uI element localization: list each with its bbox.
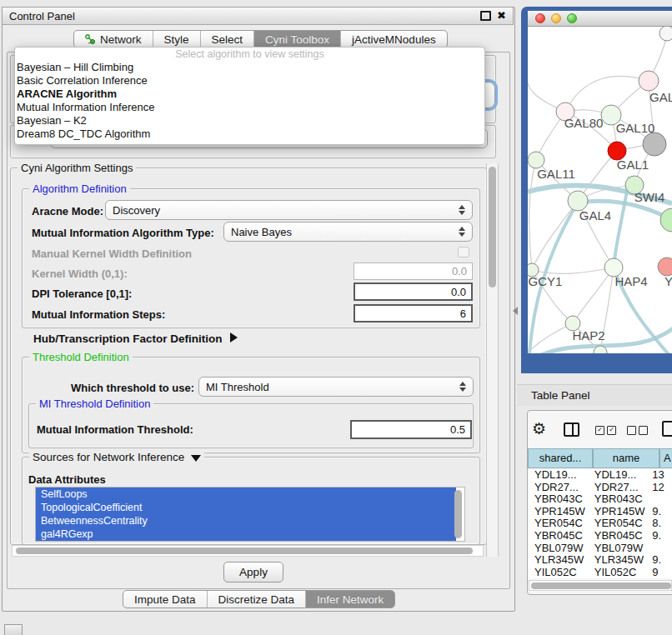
aracne-mode-combo[interactable]: Discovery: [105, 200, 473, 220]
table-cell[interactable]: YLR345W: [528, 554, 588, 567]
network-node[interactable]: [643, 132, 666, 156]
table-cell[interactable]: YIL052C: [528, 567, 588, 578]
table-row[interactable]: YER054CYER054C8.: [528, 518, 672, 530]
table-cell[interactable]: 9.: [649, 506, 672, 518]
sources-collapse-arrow-icon[interactable]: [191, 455, 201, 462]
network-window-titlebar[interactable]: [528, 11, 672, 27]
table-cell[interactable]: YBR045C: [588, 530, 649, 542]
table-cell[interactable]: 9.: [649, 530, 672, 542]
table-cell[interactable]: YBR045C: [528, 530, 588, 542]
network-canvas[interactable]: GAL2GAL80GAL10GAL1GAL11SWI4GAL4GCY1HAP4Y…: [528, 27, 672, 353]
network-node-y[interactable]: [658, 258, 672, 276]
table-cell[interactable]: YBL079W: [588, 542, 649, 555]
apply-button[interactable]: Apply: [223, 562, 283, 582]
tab-jactivemnodules[interactable]: jActiveMNodules: [341, 31, 447, 48]
export-table-icon[interactable]: [662, 421, 672, 437]
table-cell[interactable]: YDR27...: [588, 482, 649, 494]
table-cell[interactable]: YER054C: [588, 518, 649, 530]
table-cell[interactable]: YLR345W: [588, 554, 649, 567]
settings-vertical-scrollbar[interactable]: [486, 163, 499, 557]
network-edge[interactable]: [532, 268, 614, 273]
table-cell[interactable]: YIL052C: [588, 567, 649, 578]
network-edge[interactable]: [573, 268, 614, 323]
table-cell[interactable]: YER054C: [528, 518, 588, 530]
table-cell[interactable]: YPR145W: [588, 506, 649, 518]
network-node-gal11[interactable]: [528, 152, 544, 168]
mi-type-combo[interactable]: Naive Bayes: [223, 222, 473, 242]
tab-infer-network[interactable]: Infer Network: [306, 591, 394, 608]
algorithm-option[interactable]: Bayesian – K2: [15, 114, 484, 128]
table-cell[interactable]: YDL19...: [588, 469, 649, 482]
tab-select[interactable]: Select: [201, 31, 255, 48]
table-cell[interactable]: YDL19...: [528, 469, 588, 482]
close-window-traffic-icon[interactable]: [535, 13, 545, 23]
close-panel-icon[interactable]: ✖: [497, 12, 506, 20]
algorithm-option[interactable]: ARACNE Algorithm: [15, 88, 484, 101]
tab-cyni-toolbox[interactable]: Cyni Toolbox: [254, 31, 341, 48]
table-cell[interactable]: [649, 542, 672, 555]
table-columns-icon[interactable]: [564, 422, 579, 437]
algorithm-option[interactable]: Basic Correlation Inference: [15, 74, 484, 88]
deselect-all-checkboxes-icon[interactable]: [627, 426, 648, 435]
settings-hscroll-thumb[interactable]: [16, 548, 473, 554]
table-row[interactable]: YIL052CYIL052C9: [528, 567, 672, 578]
table-horizontal-scrollbar[interactable]: [529, 580, 672, 591]
table-row[interactable]: YBR045CYBR045C9.: [528, 530, 672, 542]
data-attribute-item[interactable]: gal4RGexp: [36, 528, 456, 541]
table-cell[interactable]: 8.: [649, 518, 672, 530]
kernel-width-value: 0.0: [452, 265, 467, 278]
tab-discretize-data[interactable]: Discretize Data: [208, 591, 307, 608]
manual-kernel-checkbox[interactable]: [458, 247, 469, 258]
table-row[interactable]: YBR043CYBR043C: [528, 493, 672, 506]
tab-style[interactable]: Style: [153, 31, 201, 48]
table-row[interactable]: YDL19...YDL19...13: [528, 469, 672, 482]
algorithm-option[interactable]: Dream8 DC_TDC Algorithm: [15, 128, 484, 141]
data-attribute-item[interactable]: SelfLoops: [36, 488, 456, 501]
table-cell[interactable]: 9.: [649, 554, 672, 567]
table-cell[interactable]: [649, 493, 672, 506]
mi-threshold-input[interactable]: 0.5: [350, 420, 472, 439]
algorithm-option[interactable]: Mutual Information Inference: [15, 101, 484, 114]
table-row[interactable]: YPR145WYPR145W9.: [528, 506, 672, 518]
tab-impute-data[interactable]: Impute Data: [123, 591, 208, 608]
zoom-window-traffic-icon[interactable]: [567, 13, 577, 23]
table-cell[interactable]: 9: [649, 567, 672, 578]
table-settings-gear-icon[interactable]: ⚙: [532, 421, 546, 437]
table-cell[interactable]: YBR043C: [528, 493, 588, 506]
network-node-gal2[interactable]: [639, 71, 659, 91]
table-cell[interactable]: YPR145W: [528, 506, 588, 518]
table-cell[interactable]: YBL079W: [528, 542, 588, 555]
algorithm-option[interactable]: Bayesian – Hill Climbing: [15, 61, 484, 74]
table-row[interactable]: YBL079WYBL079W: [528, 542, 672, 555]
minimize-window-traffic-icon[interactable]: [551, 13, 561, 23]
panel-collapse-arrow-icon[interactable]: [513, 307, 518, 315]
network-edge[interactable]: [529, 160, 536, 270]
float-panel-icon[interactable]: [480, 11, 491, 21]
table-hscroll-thumb[interactable]: [531, 582, 671, 589]
select-all-checkboxes-icon[interactable]: ✓✓: [595, 426, 616, 435]
dpi-tolerance-input[interactable]: 0.0: [354, 282, 473, 301]
table-cell[interactable]: YDR27...: [528, 482, 588, 494]
column-header-third[interactable]: A: [659, 448, 672, 468]
tab-network[interactable]: Network: [74, 31, 153, 48]
settings-vscroll-thumb[interactable]: [489, 167, 496, 288]
table-row[interactable]: YDR27...YDR27...12: [528, 482, 672, 494]
table-cell[interactable]: 13: [649, 469, 672, 482]
kernel-width-input[interactable]: 0.0: [354, 262, 473, 280]
settings-horizontal-scrollbar[interactable]: [12, 545, 484, 557]
attributes-vscroll-thumb[interactable]: [454, 490, 462, 538]
minimized-panel-button[interactable]: [4, 624, 23, 635]
which-threshold-combo[interactable]: MI Threshold: [198, 377, 474, 397]
data-attribute-item[interactable]: BetweennessCentrality: [36, 514, 456, 528]
column-header-shared-name[interactable]: shared...: [528, 448, 593, 468]
data-attribute-item[interactable]: TopologicalCoefficient: [36, 501, 456, 514]
mi-steps-input[interactable]: 6: [354, 304, 473, 322]
table-row[interactable]: YLR345WYLR345W9.: [528, 554, 672, 567]
hub-expand-arrow-icon[interactable]: [230, 332, 238, 342]
data-attributes-list[interactable]: SelfLoopsTopologicalCoefficientBetweenne…: [35, 487, 465, 542]
network-node[interactable]: [659, 27, 672, 41]
network-node[interactable]: [660, 208, 672, 232]
table-cell[interactable]: YBR043C: [588, 493, 649, 506]
column-header-name[interactable]: name: [593, 448, 659, 468]
table-cell[interactable]: 12: [649, 482, 672, 494]
